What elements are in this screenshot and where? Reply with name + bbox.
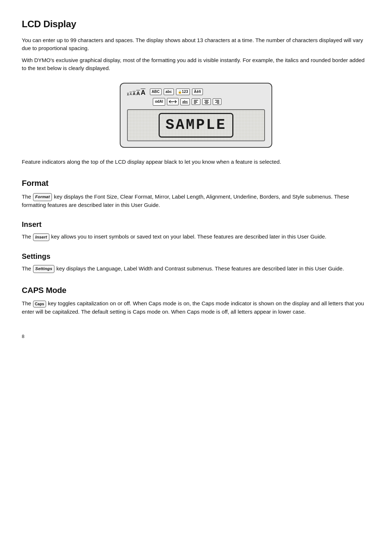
align-center-icon [204,99,209,104]
settings-text: The Settings key displays the Language, … [22,265,370,273]
format-heading: Format [22,178,370,189]
font-size-md: A [133,92,136,96]
insert-key: Insert [33,233,49,241]
align-left-icon [193,99,199,104]
caps-mode-text: The Caps key toggles capitalization on o… [22,299,370,316]
font-size-sm: A [130,93,132,96]
caps-key: Caps [33,301,46,308]
caps-mode-body: key toggles capitalization on or off. Wh… [22,300,364,315]
intro-paragraph-2: With DYMO's exclusive graphical display,… [22,56,370,73]
lcd-display-illustration: A A A A A ABC abc 🔒123 Äêñ odAl [22,83,370,148]
format-body: key displays the Font Size, Clear Format… [22,193,349,208]
lcd-container: A A A A A ABC abc 🔒123 Äêñ odAl [120,83,272,148]
insert-body: key allows you to insert symbols or save… [51,233,326,240]
lcd-screen: SAMPLE [127,109,265,141]
caps-mode-heading: CAPS Mode [22,285,370,296]
feature-arrow-left-right: L [167,98,179,105]
settings-key: Settings [33,265,54,273]
insert-heading: Insert [22,219,370,230]
feature-abc-upper: ABC [150,89,162,95]
page-title: LCD Display [22,17,370,31]
feature-align-center [202,98,211,105]
svg-text:L: L [172,102,173,104]
feature-align-left [192,98,200,105]
feature-abc-underline: abc [180,98,190,105]
feature-special-chars: Äêñ [192,89,203,95]
lcd-top-bar: A A A A A ABC abc 🔒123 Äêñ [127,89,265,95]
feature-align-right [213,98,221,105]
insert-text: The Insert key allows you to insert symb… [22,233,370,241]
settings-heading: Settings [22,251,370,262]
feature-indicators-text: Feature indicators along the top of the … [22,158,370,166]
intro-paragraph-1: You can enter up to 99 characters and sp… [22,36,370,53]
feature-od-al: odAl [153,98,165,106]
sample-text-display: SAMPLE [159,113,233,138]
font-size-lg: A [136,91,140,96]
lcd-bottom-bar: odAl L abc [127,98,265,106]
feature-abc-lower: abc [164,89,174,95]
font-size-indicators: A A A A A [127,89,146,96]
arrow-lr-icon: L [169,99,177,104]
format-key: Format [33,193,52,201]
align-right-icon [215,99,220,104]
page-number: 8 [22,333,370,340]
font-size-xs: A [127,93,129,96]
feature-123: 🔒123 [176,89,190,95]
settings-body: key displays the Language, Label Width a… [56,265,344,272]
font-size-xl: A [141,89,146,96]
format-text: The Format key displays the Font Size, C… [22,193,370,209]
